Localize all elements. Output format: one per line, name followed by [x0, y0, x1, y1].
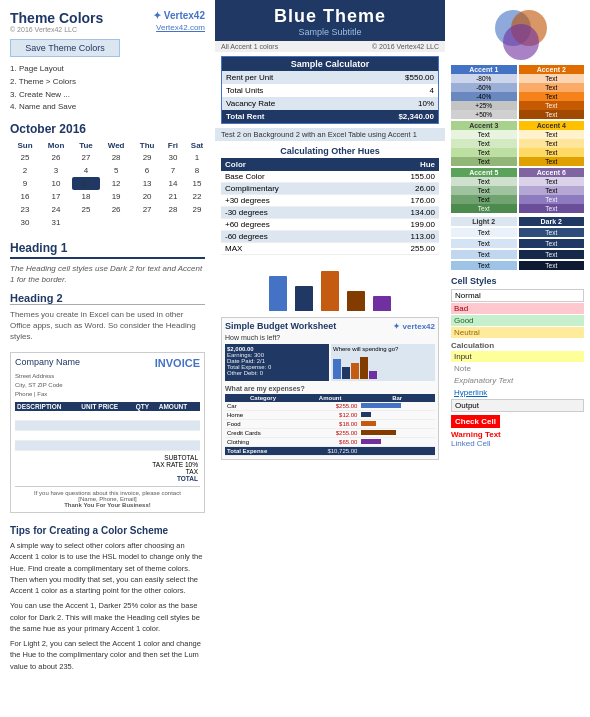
- accent-5-row-4: Text: [451, 204, 517, 213]
- budget-col2: Where will spending go?: [331, 344, 435, 381]
- budget-content: $2,000.00 Earnings: 300 Date Paid: 2/1 T…: [225, 344, 435, 383]
- accent-6-row-3: Text: [519, 195, 585, 204]
- expense-table: Category Amount Bar Car$255.00 Home$12.0…: [225, 394, 435, 456]
- bar-3: [321, 271, 339, 311]
- accent-6-row-2: Text: [519, 186, 585, 195]
- light2-item-4: Text: [451, 261, 517, 270]
- light-dark-row-2: Text Text: [451, 239, 584, 248]
- left-panel: Theme Colors © 2016 Vertex42 LLC ✦ Verte…: [0, 0, 215, 690]
- invoice-table: DESCRIPTION UNIT PRICE QTY AMOUNT: [15, 402, 200, 451]
- accent-1-row-1: -80%: [451, 74, 517, 83]
- accent-4-header: Accent 4: [519, 121, 585, 130]
- accent-1-row-2: -60%: [451, 83, 517, 92]
- check-cell-button[interactable]: Check Cell: [451, 415, 500, 428]
- accent-1-row-4: +25%: [451, 101, 517, 110]
- cell-styles-title: Cell Styles: [451, 276, 584, 286]
- invoice-header: Company Name INVOICE: [15, 357, 200, 369]
- light-dark-row-3: Text Text: [451, 250, 584, 259]
- calc-table: Rent per Unit $550.00 Total Units 4 Vaca…: [222, 71, 438, 123]
- accent-row-1-2: Accent 1 -80% -60% -40% +25% +50% Accent…: [451, 65, 584, 119]
- accent-3-row-4: Text: [451, 157, 517, 166]
- cell-style-output: Output: [451, 399, 584, 412]
- light-dark-row-4: Text Text: [451, 261, 584, 270]
- cell-styles-section: Cell Styles Normal Bad Good Neutral Calc…: [451, 276, 584, 448]
- accent-3-block: Accent 3 Text Text Text Text: [451, 121, 517, 166]
- dark2-item-2: Text: [519, 239, 585, 248]
- budget-left: $2,000.00 Earnings: 300 Date Paid: 2/1 T…: [225, 344, 435, 383]
- bar-5: [373, 296, 391, 311]
- accent-4-block: Accent 4 Text Text Text Text: [519, 121, 585, 166]
- accent-2-header: Accent 2: [519, 65, 585, 74]
- accent-1-header: Accent 1: [451, 65, 517, 74]
- light-dark-header-row: Light 2 Dark 2: [451, 217, 584, 226]
- accent-6-row-1: Text: [519, 177, 585, 186]
- accent-2-row-1: Text: [519, 74, 585, 83]
- theme-colors-title: Theme Colors © 2016 Vertex42 LLC: [10, 10, 103, 33]
- accent-2-row-5: Text: [519, 110, 585, 119]
- svg-point-2: [503, 24, 539, 60]
- accent-6-header: Accent 6: [519, 168, 585, 177]
- light-dark-section: Light 2 Dark 2 Text Text Text Text Text …: [451, 217, 584, 270]
- accent-3-header: Accent 3: [451, 121, 517, 130]
- dark2-item-3: Text: [519, 250, 585, 259]
- cell-style-normal: Normal: [451, 289, 584, 302]
- vertex42-logo: ✦ Vertex42 Vertex42.com: [153, 10, 205, 32]
- accent-2-row-3: Text: [519, 92, 585, 101]
- cell-style-good: Good: [451, 315, 584, 326]
- tips-section: Tips for Creating a Color Scheme A simpl…: [10, 521, 205, 680]
- cell-style-explanatory: Explanatory Text: [451, 375, 584, 386]
- budget-header: Simple Budget Worksheet ✦ vertex42: [225, 321, 435, 331]
- calculation-section-title: Calculation: [451, 341, 584, 350]
- left-header: Theme Colors © 2016 Vertex42 LLC ✦ Verte…: [10, 10, 205, 33]
- center-panel: Blue Theme Sample Subtitle All Accent 1 …: [215, 0, 445, 466]
- bar-4: [347, 291, 365, 311]
- headings-section: Heading 1 The Heading cell styles use Da…: [10, 241, 205, 342]
- light2-header: Light 2: [451, 217, 517, 226]
- save-theme-colors-button[interactable]: Save Theme Colors: [10, 39, 120, 57]
- accent-6-row-4: Text: [519, 204, 585, 213]
- accent-1-block: Accent 1 -80% -60% -40% +25% +50%: [451, 65, 517, 119]
- accent-4-row-2: Text: [519, 139, 585, 148]
- bar-chart: [221, 261, 439, 311]
- right-panel: Accent 1 -80% -60% -40% +25% +50% Accent…: [445, 0, 590, 454]
- invoice-totals: SUBTOTAL TAX RATE 10% TAX TOTAL: [15, 454, 200, 482]
- accent-row-3-4: Accent 3 Text Text Text Text Accent 4 Te…: [451, 121, 584, 166]
- cell-style-linked: Linked Cell: [451, 439, 584, 448]
- budget-col1: $2,000.00 Earnings: 300 Date Paid: 2/1 T…: [225, 344, 329, 381]
- instructions: 1. Page Layout 2. Theme > Colors 3. Crea…: [10, 63, 205, 114]
- calendar-table: Sun Mon Tue Wed Thu Fri Sat 25 26 27 28 …: [10, 140, 210, 229]
- blue-theme-header: Blue Theme Sample Subtitle: [215, 0, 445, 41]
- cell-style-neutral: Neutral: [451, 327, 584, 338]
- hues-table: Color Hue Base Color155.00 Complimentary…: [221, 158, 439, 255]
- accent-6-block: Accent 6 Text Text Text Text: [519, 168, 585, 213]
- accent-2-block: Accent 2 Text Text Text Text Text: [519, 65, 585, 119]
- light-dark-row-1: Text Text: [451, 228, 584, 237]
- accent-4-row-1: Text: [519, 130, 585, 139]
- bar-1: [269, 276, 287, 311]
- dark2-item-1: Text: [519, 228, 585, 237]
- hues-title: Calculating Other Hues: [215, 144, 445, 158]
- light2-item-2: Text: [451, 239, 517, 248]
- cell-style-note: Note: [451, 363, 584, 374]
- dark2-header: Dark 2: [519, 217, 585, 226]
- accent-4-row-4: Text: [519, 157, 585, 166]
- accent-3-row-2: Text: [451, 139, 517, 148]
- accent-5-row-3: Text: [451, 195, 517, 204]
- check-cell-container: Check Cell: [451, 413, 500, 430]
- accent-5-row-2: Text: [451, 186, 517, 195]
- budget-question: How much is left?: [225, 334, 435, 341]
- bar-2: [295, 286, 313, 311]
- sample-calculator: Sample Calculator Rent per Unit $550.00 …: [221, 56, 439, 124]
- light2-item-3: Text: [451, 250, 517, 259]
- cell-style-bad: Bad: [451, 303, 584, 314]
- light2-item-1: Text: [451, 228, 517, 237]
- dark2-item-4: Text: [519, 261, 585, 270]
- calendar: October 2016 Sun Mon Tue Wed Thu Fri Sat…: [10, 122, 210, 229]
- cell-style-input: Input: [451, 351, 584, 362]
- accent-1-row-5: +50%: [451, 110, 517, 119]
- venn-diagram: [483, 6, 553, 61]
- budget-expenses-title: What are my expenses?: [225, 385, 435, 392]
- invoice-section: Company Name INVOICE Street Address City…: [10, 352, 205, 513]
- accent-5-row-1: Text: [451, 177, 517, 186]
- invoice-lines: Street Address City, ST ZIP Code Phone |…: [15, 372, 200, 399]
